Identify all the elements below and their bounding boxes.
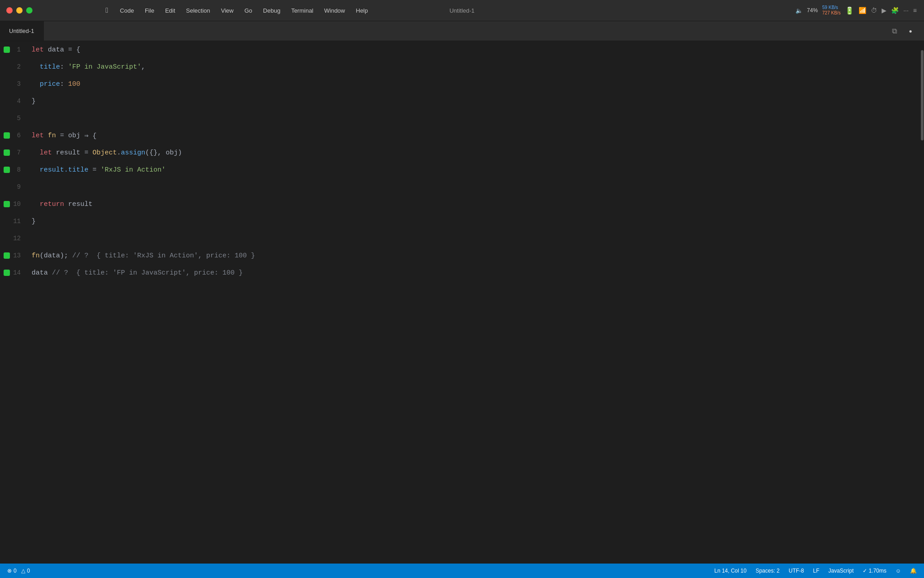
battery-percent: 74% bbox=[807, 7, 818, 14]
code-line-12 bbox=[27, 230, 920, 247]
token-op: ) bbox=[178, 149, 182, 157]
breakpoint-6[interactable] bbox=[4, 132, 10, 139]
code-line-1: let data = { bbox=[27, 41, 920, 58]
titlebar-right: 🔈 74% 59 KB/s 727 KB/s 🔋 📶 ⏱ ▶ 🧩 ··· ≡ bbox=[795, 5, 924, 16]
battery-icon: 🔋 bbox=[845, 6, 854, 15]
token-op: ({}, bbox=[145, 149, 166, 157]
token-plain: result bbox=[68, 200, 92, 208]
menu-go[interactable]: Go bbox=[239, 0, 258, 21]
token-func: fn bbox=[48, 132, 56, 140]
line-numbers-gutter: 1234567891011121314 bbox=[0, 41, 27, 564]
code-line-9 bbox=[27, 178, 920, 196]
menu-view[interactable]: View bbox=[216, 0, 239, 21]
token-op: ⇒ { bbox=[84, 131, 97, 140]
cursor-position[interactable]: Ln 14, Col 10 bbox=[714, 568, 746, 574]
token-plain: obj bbox=[166, 149, 178, 157]
token-kw: let bbox=[32, 132, 48, 140]
indentation[interactable]: Spaces: 2 bbox=[756, 568, 780, 574]
code-line-4: } bbox=[27, 93, 920, 110]
wifi-icon: 📶 bbox=[859, 7, 866, 14]
statusbar-right: Ln 14, Col 10 Spaces: 2 UTF-8 LF JavaScr… bbox=[714, 568, 917, 574]
eol[interactable]: LF bbox=[813, 568, 819, 574]
menu-code[interactable]: Code bbox=[115, 0, 139, 21]
code-area[interactable]: let data = { title: 'FP in JavaScript', … bbox=[27, 41, 920, 564]
editor: 1234567891011121314 let data = { title: … bbox=[0, 41, 924, 564]
line-number-5: 5 bbox=[0, 110, 27, 127]
code-line-7: let result = Object.assign({}, obj) bbox=[27, 144, 920, 161]
menu-window[interactable]: Window bbox=[319, 0, 351, 21]
breakpoint-8[interactable] bbox=[4, 167, 10, 173]
tab-untitled1[interactable]: Untitled-1 bbox=[0, 21, 44, 41]
token-op: = bbox=[88, 166, 101, 174]
token-plain bbox=[32, 166, 40, 174]
token-prop: title bbox=[40, 63, 60, 71]
code-line-6: let fn = obj ⇒ { bbox=[27, 127, 920, 144]
encoding[interactable]: UTF-8 bbox=[789, 568, 804, 574]
token-plain: data bbox=[44, 252, 60, 260]
line-number-3: 3 bbox=[0, 75, 27, 93]
token-op: : bbox=[60, 63, 68, 71]
breakpoint-7[interactable] bbox=[4, 149, 10, 156]
titlebar:  Code File Edit Selection View Go Debug… bbox=[0, 0, 924, 21]
menu-debug[interactable]: Debug bbox=[258, 0, 286, 21]
token-plain bbox=[32, 80, 40, 88]
breakpoint-14[interactable] bbox=[4, 270, 10, 276]
apple-icon[interactable]:  bbox=[99, 0, 115, 21]
code-line-11: } bbox=[27, 213, 920, 230]
play-icon: ▶ bbox=[882, 7, 887, 14]
statusbar-left: ⊗ 0 △ 0 bbox=[7, 568, 30, 574]
list-icon: ≡ bbox=[913, 7, 917, 14]
token-kw: return bbox=[40, 200, 68, 208]
timing: ✓ 1.70ms bbox=[863, 568, 887, 574]
line-number-11: 11 bbox=[0, 213, 27, 230]
traffic-light-green[interactable] bbox=[26, 7, 32, 14]
window-title: Untitled-1 bbox=[449, 7, 475, 14]
line-number-7: 7 bbox=[0, 144, 27, 161]
token-plain: result bbox=[56, 149, 84, 157]
line-number-13: 13 bbox=[0, 247, 27, 264]
token-kw: let bbox=[40, 149, 56, 157]
line-number-10: 10 bbox=[0, 196, 27, 213]
notification-icon[interactable]: 🔔 bbox=[910, 568, 917, 574]
token-prop: result.title bbox=[40, 166, 88, 174]
token-plain bbox=[32, 149, 40, 157]
token-str: 'FP in JavaScript' bbox=[68, 63, 141, 71]
menu-selection[interactable]: Selection bbox=[180, 0, 215, 21]
code-line-3: price: 100 bbox=[27, 75, 920, 93]
traffic-light-yellow[interactable] bbox=[16, 7, 23, 14]
breakpoint-10[interactable] bbox=[4, 201, 10, 207]
voiceover-icon: 🔈 bbox=[795, 7, 803, 14]
token-plain bbox=[32, 63, 40, 71]
split-editor-button[interactable]: ⧉ bbox=[888, 25, 901, 37]
breakpoint-13[interactable] bbox=[4, 252, 10, 259]
token-op: ); bbox=[60, 252, 72, 260]
token-method: assign bbox=[121, 149, 145, 157]
token-prop: price bbox=[40, 80, 60, 88]
language-mode[interactable]: JavaScript bbox=[828, 568, 854, 574]
line-number-9: 9 bbox=[0, 178, 27, 196]
line-number-2: 2 bbox=[0, 58, 27, 75]
error-icon: ⊗ bbox=[7, 568, 12, 574]
breakpoint-1[interactable] bbox=[4, 47, 10, 53]
token-op: } bbox=[32, 98, 36, 105]
token-comment: // ? { title: 'RxJS in Action', price: 1… bbox=[72, 252, 255, 260]
more-icon: ··· bbox=[903, 7, 909, 14]
scrollbar[interactable] bbox=[920, 41, 924, 564]
token-op: ( bbox=[40, 252, 44, 260]
token-plain: obj bbox=[68, 132, 84, 140]
token-func: Object bbox=[92, 149, 117, 157]
menu-file[interactable]: File bbox=[139, 0, 160, 21]
scrollbar-thumb[interactable] bbox=[921, 50, 924, 140]
token-op: } bbox=[32, 218, 36, 225]
code-line-13: fn(data); // ? { title: 'RxJS in Action'… bbox=[27, 247, 920, 264]
warning-icon: △ bbox=[21, 568, 25, 574]
menu-terminal[interactable]: Terminal bbox=[286, 0, 319, 21]
feedback-icon[interactable]: ☺ bbox=[896, 568, 901, 574]
traffic-light-red[interactable] bbox=[6, 7, 13, 14]
error-count[interactable]: ⊗ 0 △ 0 bbox=[7, 568, 30, 574]
line-number-14: 14 bbox=[0, 264, 27, 281]
menu-edit[interactable]: Edit bbox=[160, 0, 180, 21]
menu-help[interactable]: Help bbox=[351, 0, 374, 21]
extension-icon: 🧩 bbox=[891, 7, 899, 14]
line-number-12: 12 bbox=[0, 230, 27, 247]
